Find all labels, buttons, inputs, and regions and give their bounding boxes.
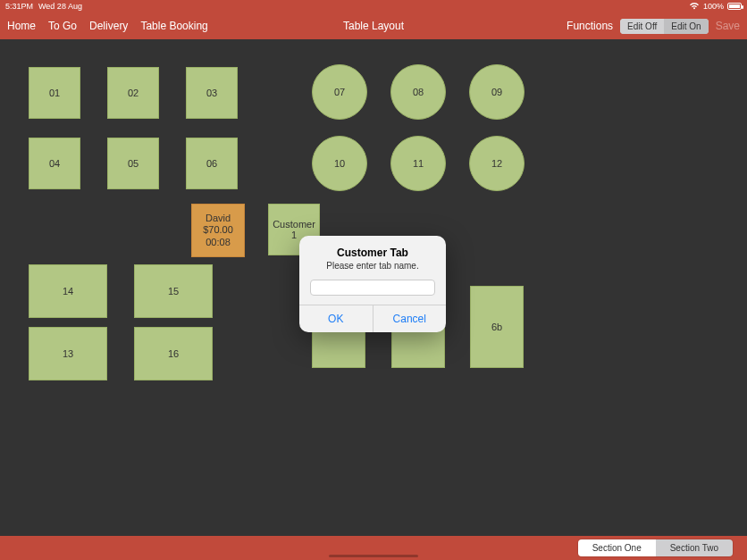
status-date: Wed 28 Aug [38,2,82,11]
tab-time: 00:08 [206,237,231,248]
table-15[interactable]: 15 [134,264,213,318]
table-16[interactable]: 16 [134,327,213,380]
table-10[interactable]: 10 [312,136,367,191]
dialog-subtitle: Please enter tab name. [326,261,418,271]
edit-off-button[interactable]: Edit Off [620,19,664,34]
nav-togo[interactable]: To Go [48,20,77,32]
table-02[interactable]: 02 [107,67,159,119]
customer-tab-dialog: Customer Tab Please enter tab name. OK C… [299,236,446,332]
table-05[interactable]: 05 [107,138,159,189]
table-08[interactable]: 08 [390,64,446,120]
table-occupied-david[interactable]: David$70.0000:08 [191,204,245,257]
table-06[interactable]: 06 [186,138,238,189]
table-01[interactable]: 01 [29,67,80,119]
table-6b[interactable]: 6b [470,286,524,368]
dialog-title: Customer Tab [337,247,408,259]
nav-delivery[interactable]: Delivery [89,20,128,32]
dialog-ok-button[interactable]: OK [299,305,374,332]
wifi-icon [689,2,700,12]
table-13[interactable]: 13 [29,327,107,380]
table-04[interactable]: 04 [29,138,80,189]
save-button[interactable]: Save [716,20,740,32]
tab-name-input[interactable] [310,280,435,296]
table-12[interactable]: 12 [469,136,525,191]
section-two-button[interactable]: Section Two [656,539,733,556]
section-one-button[interactable]: Section One [578,539,656,556]
battery-pct: 100% [703,2,724,11]
home-indicator [329,555,418,557]
table-14[interactable]: 14 [29,264,107,318]
nav-bar: Home To Go Delivery Table Booking Table … [0,13,747,39]
nav-home[interactable]: Home [7,20,36,32]
tab-name: David [206,213,231,224]
table-11[interactable]: 11 [390,136,446,191]
status-time: 5:31PM [5,2,33,11]
table-07[interactable]: 07 [312,64,367,120]
nav-table-booking[interactable]: Table Booking [140,20,207,32]
nav-functions[interactable]: Functions [567,20,613,32]
edit-toggle[interactable]: Edit Off Edit On [620,19,709,34]
ios-status-bar: 5:31PM Wed 28 Aug 100% [0,0,747,13]
section-toggle[interactable]: Section One Section Two [578,539,733,556]
table-03[interactable]: 03 [186,67,238,119]
tab-amount: $70.00 [203,224,233,236]
edit-on-button[interactable]: Edit On [664,19,708,34]
dialog-cancel-button[interactable]: Cancel [374,305,447,332]
table-09[interactable]: 09 [469,64,525,120]
battery-icon [727,3,742,10]
